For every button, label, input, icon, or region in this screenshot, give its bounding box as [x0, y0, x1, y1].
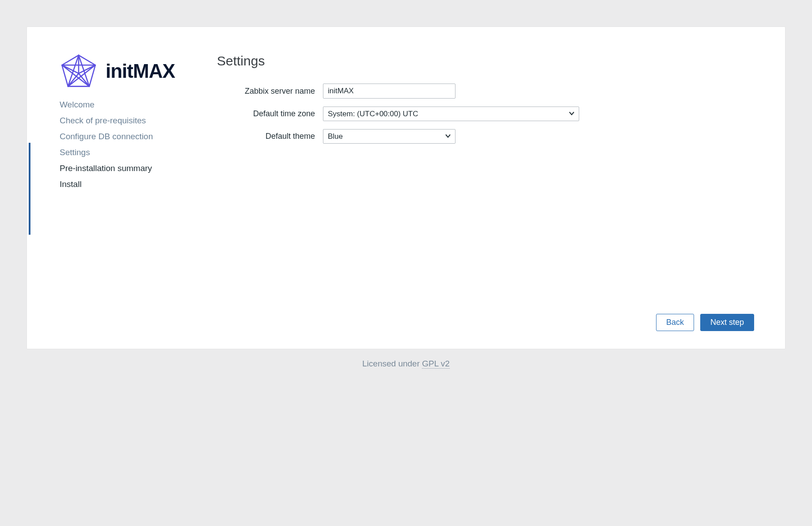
- step-install: Install: [60, 176, 212, 192]
- page-title: Settings: [217, 53, 754, 69]
- step-db-connection[interactable]: Configure DB connection: [60, 129, 212, 145]
- footer-text: Licensed under: [362, 359, 422, 368]
- next-step-button[interactable]: Next step: [700, 314, 754, 331]
- step-settings[interactable]: Settings: [60, 145, 212, 160]
- step-welcome[interactable]: Welcome: [60, 97, 212, 113]
- main-content: Settings Zabbix server name Default time…: [212, 53, 754, 309]
- step-list: Welcome Check of pre-requisites Configur…: [60, 97, 212, 193]
- timezone-select[interactable]: System: (UTC+00:00) UTC: [323, 107, 579, 121]
- setup-panel: initMAX Welcome Check of pre-requisites …: [27, 27, 785, 349]
- timezone-label: Default time zone: [217, 109, 323, 118]
- server-name-input[interactable]: [323, 84, 455, 99]
- sidebar: initMAX Welcome Check of pre-requisites …: [27, 53, 212, 309]
- license-link[interactable]: GPL v2: [422, 359, 450, 369]
- back-button[interactable]: Back: [656, 314, 694, 331]
- row-timezone: Default time zone System: (UTC+00:00) UT…: [217, 107, 754, 121]
- theme-label: Default theme: [217, 132, 323, 141]
- theme-select[interactable]: Blue: [323, 129, 455, 144]
- initmax-logo-icon: [60, 53, 98, 89]
- server-name-label: Zabbix server name: [217, 87, 323, 96]
- logo-text: initMAX: [106, 60, 175, 82]
- row-theme: Default theme Blue: [217, 129, 754, 144]
- wizard-buttons: Back Next step: [656, 314, 754, 331]
- step-summary: Pre-installation summary: [60, 160, 212, 176]
- footer: Licensed under GPL v2: [27, 359, 785, 369]
- step-prerequisites[interactable]: Check of pre-requisites: [60, 113, 212, 129]
- row-server-name: Zabbix server name: [217, 84, 754, 99]
- logo: initMAX: [60, 53, 212, 89]
